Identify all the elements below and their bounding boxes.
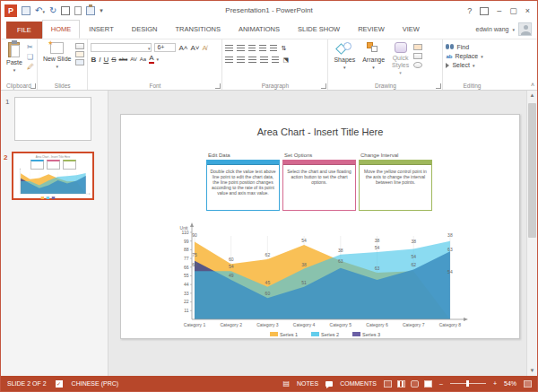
- tab-transitions[interactable]: TRANSITIONS: [166, 20, 229, 39]
- tab-design[interactable]: DESIGN: [123, 20, 167, 39]
- columns-icon[interactable]: [272, 57, 279, 63]
- font-dialog-launcher[interactable]: [215, 83, 221, 89]
- area-chart-object[interactable]: 110998877665544332211UnitCategory 1Categ…: [121, 115, 521, 340]
- shape-outline-button[interactable]: [413, 53, 422, 59]
- data-point-label[interactable]: 60: [192, 262, 197, 267]
- section-button[interactable]: [75, 59, 84, 65]
- align-center-icon[interactable]: [237, 57, 245, 63]
- slideshow-view-icon[interactable]: [424, 380, 432, 388]
- clear-formatting-button[interactable]: A̸: [202, 44, 206, 52]
- data-point-label[interactable]: 54: [447, 269, 453, 274]
- slide-editor[interactable]: Area Chart - Insert Title Here Edit Data…: [120, 114, 520, 339]
- slide-counter[interactable]: SLIDE 2 OF 2: [7, 380, 47, 387]
- shapes-button[interactable]: Shapes▾: [331, 41, 358, 80]
- chart-area-series-2[interactable]: [195, 241, 450, 319]
- collapse-ribbon-icon[interactable]: ˄: [531, 82, 534, 88]
- increase-font-size-button[interactable]: A˄: [178, 44, 187, 52]
- close-button[interactable]: ×: [525, 6, 530, 15]
- vertical-scrollbar[interactable]: ▲ ▼: [526, 91, 537, 376]
- data-point-label[interactable]: 62: [265, 252, 271, 257]
- data-point-label[interactable]: 63: [338, 258, 343, 264]
- save-icon[interactable]: [22, 6, 30, 15]
- maximize-button[interactable]: ▢: [509, 6, 517, 15]
- powerpoint-logo-icon[interactable]: P: [4, 4, 17, 17]
- font-name-combobox[interactable]: ▾: [91, 43, 152, 52]
- clipboard-icon[interactable]: [86, 6, 95, 15]
- quick-styles-button[interactable]: Quick Styles▾: [389, 41, 412, 80]
- tab-animations[interactable]: ANIMATIONS: [230, 20, 289, 39]
- undo-icon[interactable]: ↶▾: [35, 6, 45, 16]
- decrease-indent-icon[interactable]: [248, 45, 256, 51]
- text-shadow-button[interactable]: abc: [119, 56, 128, 64]
- user-avatar[interactable]: [518, 22, 532, 36]
- new-slide-button[interactable]: New Slide▾: [40, 41, 74, 80]
- character-spacing-button[interactable]: AV: [130, 56, 137, 64]
- strikethrough-button[interactable]: S: [111, 56, 116, 64]
- tab-insert[interactable]: INSERT: [80, 20, 122, 39]
- justify-icon[interactable]: [260, 57, 268, 63]
- scroll-up-icon[interactable]: ▲: [527, 91, 537, 100]
- cut-icon[interactable]: ✂: [27, 43, 34, 51]
- select-button[interactable]: Select ▾: [446, 62, 482, 68]
- reading-view-icon[interactable]: [411, 380, 419, 388]
- line-spacing-icon[interactable]: [270, 45, 277, 51]
- data-point-label[interactable]: 63: [447, 247, 453, 252]
- new-document-icon[interactable]: [74, 6, 82, 15]
- zoom-level[interactable]: 54%: [504, 380, 516, 387]
- bullets-icon[interactable]: [225, 45, 233, 51]
- slide-thumbnail-1[interactable]: [14, 97, 91, 141]
- tab-file[interactable]: FILE: [6, 22, 42, 39]
- fit-to-window-icon[interactable]: [524, 380, 532, 388]
- arrange-button[interactable]: Arrange▾: [360, 41, 387, 80]
- data-point-label[interactable]: 54: [411, 254, 416, 259]
- replace-button[interactable]: ab Replace ▾: [446, 53, 482, 59]
- drawing-dialog-launcher[interactable]: [436, 83, 441, 89]
- slide-thumbnail-2[interactable]: Area Chart - Insert Title Here: [12, 152, 94, 200]
- tab-view[interactable]: VIEW: [394, 20, 429, 39]
- layout-button[interactable]: [75, 43, 84, 49]
- language-indicator[interactable]: CHINESE (PRC): [72, 380, 119, 387]
- italic-button[interactable]: I: [99, 56, 100, 64]
- help-button[interactable]: ?: [467, 6, 472, 15]
- scrollbar-thumb[interactable]: [528, 103, 536, 238]
- numbering-icon[interactable]: [237, 45, 245, 51]
- bold-button[interactable]: B: [91, 56, 96, 64]
- data-point-label[interactable]: 60: [265, 291, 271, 296]
- text-direction-icon[interactable]: ⇅: [281, 44, 286, 52]
- align-right-icon[interactable]: [248, 57, 256, 63]
- data-point-label[interactable]: 60: [229, 257, 234, 262]
- align-left-icon[interactable]: [225, 57, 233, 63]
- spellcheck-icon[interactable]: ✓: [56, 380, 63, 388]
- underline-button[interactable]: U: [103, 56, 108, 64]
- start-slideshow-icon[interactable]: [61, 6, 70, 15]
- data-point-label[interactable]: 51: [301, 280, 307, 285]
- paste-button[interactable]: Paste▾: [4, 41, 25, 80]
- data-point-label[interactable]: 75: [192, 252, 197, 257]
- normal-view-icon[interactable]: [384, 380, 392, 388]
- data-point-label[interactable]: 38: [301, 262, 307, 267]
- redo-icon[interactable]: ↻: [49, 6, 56, 15]
- chart-area-series-2[interactable]: [21, 173, 86, 194]
- data-point-label[interactable]: 54: [301, 238, 307, 243]
- data-point-label[interactable]: 38: [447, 232, 453, 238]
- find-button[interactable]: Find: [446, 44, 482, 50]
- comments-toggle[interactable]: COMMENTS: [340, 380, 377, 387]
- shape-effects-button[interactable]: [413, 62, 422, 68]
- zoom-slider-thumb[interactable]: [466, 380, 469, 387]
- tab-home[interactable]: HOME: [42, 20, 81, 39]
- data-point-label[interactable]: 38: [375, 238, 380, 243]
- clipboard-dialog-launcher[interactable]: [30, 83, 36, 89]
- decrease-font-size-button[interactable]: A˅: [190, 44, 199, 52]
- tab-review[interactable]: REVIEW: [349, 20, 394, 39]
- data-point-label[interactable]: 45: [265, 280, 271, 285]
- data-point-label[interactable]: 38: [411, 239, 416, 244]
- ribbon-display-options-button[interactable]: [480, 7, 489, 15]
- data-point-label[interactable]: 90: [192, 232, 197, 238]
- smartart-convert-icon[interactable]: ⬔: [282, 56, 289, 64]
- data-point-label[interactable]: 62: [411, 262, 416, 267]
- data-point-label[interactable]: 38: [338, 248, 343, 253]
- tab-slide-show[interactable]: SLIDE SHOW: [289, 20, 349, 39]
- zoom-out-icon[interactable]: –: [439, 380, 443, 387]
- zoom-in-icon[interactable]: +: [493, 380, 497, 387]
- user-account[interactable]: edwin wang ▾: [476, 22, 537, 39]
